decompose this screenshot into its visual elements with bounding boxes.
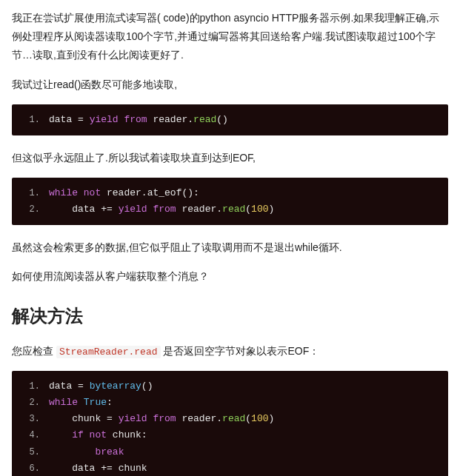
code-token: reader xyxy=(153,114,187,125)
code-token: yield from xyxy=(90,114,153,125)
code-token: while xyxy=(49,397,84,408)
code-line: 3. chunk = yield from reader.read(100) xyxy=(22,411,438,427)
line-number: 1. xyxy=(22,186,40,201)
code-line: 5. break xyxy=(22,444,438,460)
code-line: 2.while True: xyxy=(22,395,438,411)
code-token: chunk xyxy=(49,413,107,424)
solution-heading: 解决方法 xyxy=(12,300,448,332)
code-token: data xyxy=(49,381,78,392)
code-token: = xyxy=(107,413,119,424)
code-token: data xyxy=(49,114,78,125)
check-eof-paragraph: 您应检查 StreamReader.read 是否返回空字节对象以表示EOF： xyxy=(12,342,448,361)
code-token: True xyxy=(84,397,107,408)
code-token: = xyxy=(78,114,90,125)
code-line: 1.data = bytearray() xyxy=(22,378,438,395)
code-token xyxy=(49,446,95,457)
code-token: () xyxy=(141,381,153,392)
check-eof-post: 是否返回空字节对象以表示EOF： xyxy=(161,345,320,357)
code-block-3: 1.data = bytearray()2.while True:3. chun… xyxy=(12,371,448,476)
code-token: data xyxy=(49,204,101,215)
code-token xyxy=(49,429,72,440)
line-number: 5. xyxy=(22,445,40,460)
code-token: ) xyxy=(269,413,275,424)
intro-paragraph: 我正在尝试扩展使用流式读写器( code)的python asyncio HTT… xyxy=(12,9,448,65)
code-token: read xyxy=(222,204,245,215)
trying-read-paragraph: 我试过让read()函数尽可能多地读取, xyxy=(12,76,448,94)
code-token: += xyxy=(101,463,118,474)
line-number: 2. xyxy=(22,202,40,217)
code-line: 1.while not reader.at_eof(): xyxy=(22,185,438,201)
line-number: 6. xyxy=(22,461,40,476)
code-token: yield from xyxy=(119,204,182,215)
check-eof-pre: 您应检查 xyxy=(12,345,56,357)
line-number: 1. xyxy=(22,379,40,394)
how-to-paragraph: 如何使用流阅读器从客户端获取整个消息？ xyxy=(12,267,448,286)
line-number: 4. xyxy=(22,428,40,443)
blocked-paragraph: 但这似乎永远阻止了.所以我试着读取块直到达到EOF, xyxy=(12,149,448,167)
code-token: += xyxy=(101,204,118,215)
code-line: 1.data = yield from reader.read() xyxy=(22,112,438,128)
code-token: bytearray xyxy=(90,381,141,392)
code-token: chunk xyxy=(113,429,141,440)
code-token: 100 xyxy=(251,413,268,424)
code-token: reader xyxy=(181,204,216,215)
code-token: ( xyxy=(245,204,251,215)
line-number: 1. xyxy=(22,113,40,127)
code-token: ) xyxy=(269,204,275,215)
inline-code-streamreader: StreamReader.read xyxy=(56,346,161,358)
code-token: data xyxy=(49,463,101,474)
code-token: . xyxy=(141,187,147,198)
code-token: while not xyxy=(49,187,107,198)
code-line: 4. if not chunk: xyxy=(22,427,438,443)
more-data-paragraph: 虽然这会检索更多的数据,但它似乎阻止了读取调用而不是退出while循环. xyxy=(12,238,448,257)
code-token: break xyxy=(95,446,124,457)
code-token: ( xyxy=(245,413,251,424)
line-number: 2. xyxy=(22,395,40,410)
code-token: chunk xyxy=(119,463,147,474)
code-token: read xyxy=(193,114,216,125)
code-token: : xyxy=(141,429,147,440)
code-token: . xyxy=(216,413,222,424)
code-token: () xyxy=(216,114,228,125)
line-number: 3. xyxy=(22,412,40,426)
code-token: = xyxy=(78,381,90,392)
code-token: at_eof xyxy=(147,187,182,198)
code-line: 6. data += chunk xyxy=(22,460,438,476)
code-token: . xyxy=(216,204,222,215)
code-token: reader xyxy=(181,413,216,424)
code-token: read xyxy=(222,413,245,424)
code-block-1: 1.data = yield from reader.read() xyxy=(12,104,448,135)
code-token: yield from xyxy=(119,413,182,424)
code-token: . xyxy=(187,114,193,125)
code-token: 100 xyxy=(251,204,268,215)
code-block-2: 1.while not reader.at_eof():2. data += y… xyxy=(12,178,448,225)
code-token: if not xyxy=(72,429,113,440)
code-line: 2. data += yield from reader.read(100) xyxy=(22,201,438,218)
code-token: : xyxy=(107,397,113,408)
code-token: reader xyxy=(107,187,141,198)
code-token: (): xyxy=(181,187,199,198)
